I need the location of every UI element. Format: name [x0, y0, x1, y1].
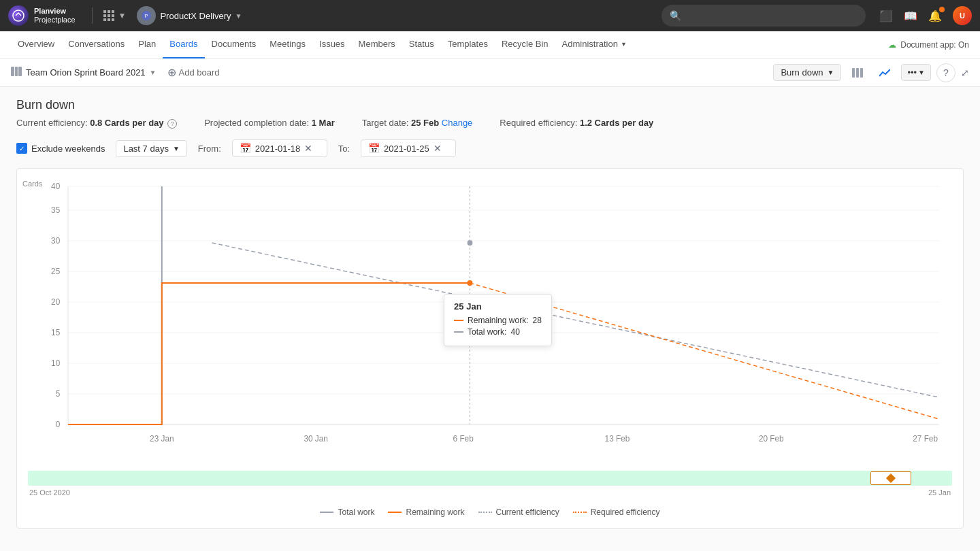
current-efficiency-line: [212, 243, 939, 397]
legend-remaining-work: Remaining work: [388, 507, 464, 517]
svg-text:15: 15: [51, 328, 61, 337]
svg-point-0: [13, 10, 24, 21]
y-axis-label: Cards: [22, 180, 42, 188]
nav-conversations[interactable]: Conversations: [61, 31, 131, 59]
remaining-work-line: [68, 283, 470, 424]
expand-icon[interactable]: ⤢: [961, 67, 969, 78]
svg-text:0: 0: [56, 420, 61, 429]
kanban-view-button[interactable]: [847, 62, 868, 84]
nav-documents[interactable]: Documents: [205, 31, 263, 59]
nav-recycle-bin[interactable]: Recycle Bin: [495, 31, 555, 59]
help-button[interactable]: ?: [936, 63, 956, 82]
logo-icon: [8, 5, 29, 26]
scrubber-diamond-icon: [886, 473, 896, 483]
search-bar[interactable]: 🔍: [662, 5, 866, 27]
board-toolbar: Team Orion Sprint Board 2021 ▼ ⊕ Add boa…: [0, 59, 980, 87]
to-date-input[interactable]: 📅 2021-01-25 ✕: [361, 139, 456, 157]
more-chevron-icon: ▼: [918, 69, 925, 76]
nav-overview[interactable]: Overview: [11, 31, 61, 59]
cloud-icon: ☁: [888, 40, 896, 50]
logo-text: Planview Projectplace: [34, 7, 76, 24]
legend-total-work: Total work: [320, 507, 374, 517]
project-selector[interactable]: P ProductX Delivery ▼: [137, 6, 242, 25]
more-options-button[interactable]: ••• ▼: [901, 64, 931, 81]
to-date-value: 2021-01-25: [384, 144, 429, 154]
svg-text:27 Feb: 27 Feb: [913, 434, 938, 444]
top-nav-icons: ⬛ 📖 🔔 U: [879, 6, 972, 25]
from-label: From:: [198, 144, 221, 154]
burndown-title: Burn down: [16, 98, 964, 112]
svg-rect-5: [18, 67, 22, 76]
remaining-work-dot: [468, 280, 473, 286]
search-input[interactable]: [685, 11, 858, 21]
svg-text:35: 35: [51, 205, 61, 215]
user-avatar[interactable]: U: [953, 6, 972, 25]
bookmark-icon[interactable]: 📖: [904, 10, 917, 22]
date-range-selector[interactable]: Last 7 days ▼: [116, 140, 186, 157]
board-selector[interactable]: Team Orion Sprint Board 2021 ▼: [11, 67, 157, 78]
svg-text:20: 20: [51, 297, 61, 307]
to-calendar-icon: 📅: [368, 143, 380, 154]
from-date-input[interactable]: 📅 2021-01-18 ✕: [232, 139, 327, 157]
scrubber-handle[interactable]: [870, 471, 911, 485]
chart-view-button[interactable]: [874, 62, 896, 84]
nav-templates[interactable]: Templates: [441, 31, 495, 59]
svg-text:40: 40: [51, 182, 61, 191]
add-board-icon: ⊕: [167, 66, 176, 79]
to-label: To:: [338, 144, 350, 154]
doc-app-status: ☁ Document app: On: [888, 40, 969, 50]
legend-required-efficiency-icon: [573, 512, 587, 513]
legend-current-efficiency: Current efficiency: [478, 507, 559, 517]
svg-rect-4: [15, 67, 18, 76]
video-icon[interactable]: ⬛: [879, 10, 893, 22]
notification-icon[interactable]: 🔔: [928, 10, 942, 22]
current-efficiency: Current efficiency: 0.8 Cards per day ?: [16, 118, 177, 129]
svg-text:10: 10: [51, 358, 61, 368]
exclude-weekends-toggle[interactable]: Exclude weekends: [16, 143, 105, 154]
svg-text:5: 5: [56, 389, 61, 399]
total-work-line: [68, 186, 162, 424]
logo-area[interactable]: Planview Projectplace: [8, 5, 76, 26]
search-icon: 🔍: [670, 10, 681, 21]
exclude-weekends-checkbox[interactable]: [16, 143, 27, 154]
nav-administration[interactable]: Administration ▼: [555, 31, 634, 59]
board-name: Team Orion Sprint Board 2021: [26, 67, 146, 78]
svg-text:23 Jan: 23 Jan: [150, 434, 174, 444]
divider: [92, 7, 93, 24]
add-board-button[interactable]: ⊕ Add board: [162, 63, 225, 82]
svg-text:25: 25: [51, 267, 61, 276]
svg-text:P: P: [145, 13, 148, 19]
legend-total-work-icon: [320, 512, 333, 513]
legend-current-efficiency-icon: [478, 512, 492, 513]
burndown-selector[interactable]: Burn down ▼: [773, 64, 841, 81]
svg-text:30: 30: [51, 236, 61, 246]
required-efficiency: Required efficiency: 1.2 Cards per day: [500, 118, 653, 128]
nav-issues[interactable]: Issues: [312, 31, 352, 59]
from-date-clear-icon[interactable]: ✕: [304, 143, 312, 154]
chart-svg-area: Cards 0 5 10 15 20: [28, 180, 952, 465]
workspace-chevron-icon[interactable]: ▼: [118, 11, 127, 20]
nav-plan[interactable]: Plan: [131, 31, 163, 59]
chart-container: Cards 0 5 10 15 20: [16, 168, 964, 529]
change-target-link[interactable]: Change: [442, 118, 473, 128]
target-date: Target date: 25 Feb Change: [362, 118, 473, 128]
nav-members[interactable]: Members: [352, 31, 402, 59]
total-work-dot: [468, 240, 473, 246]
timeline-scrubber[interactable]: [28, 471, 952, 486]
board-chevron-icon: ▼: [150, 69, 157, 76]
svg-rect-8: [860, 68, 863, 78]
efficiency-help-icon[interactable]: ?: [167, 119, 177, 129]
svg-rect-3: [11, 67, 14, 76]
filter-bar: Exclude weekends Last 7 days ▼ From: 📅 2…: [16, 139, 964, 157]
nav-status[interactable]: Status: [402, 31, 441, 59]
to-date-clear-icon[interactable]: ✕: [434, 143, 442, 154]
apps-grid-icon[interactable]: [103, 10, 113, 21]
nav-boards[interactable]: Boards: [163, 31, 204, 59]
burndown-chevron-icon: ▼: [828, 69, 834, 76]
nav-meetings[interactable]: Meetings: [263, 31, 312, 59]
project-avatar: P: [137, 6, 156, 25]
svg-rect-6: [852, 68, 855, 78]
main-navigation: Overview Conversations Plan Boards Docum…: [0, 31, 980, 59]
chart-legend: Total work Remaining work Current effici…: [28, 507, 952, 517]
timeline-dates: 25 Oct 2020 25 Jan: [28, 488, 952, 497]
